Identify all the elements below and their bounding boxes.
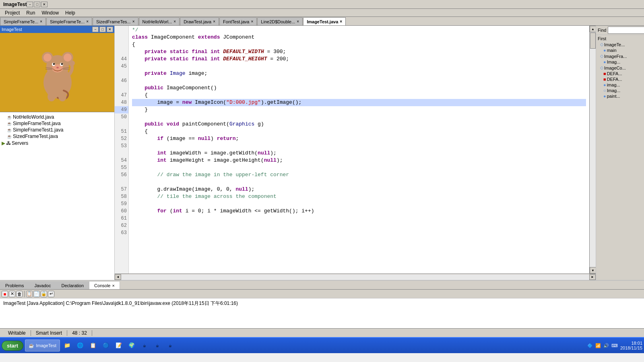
console-scroll-lock[interactable]: 🔒	[41, 291, 47, 297]
tree-item-sizedframetest[interactable]: ☕ SizedFrameTest.java	[2, 133, 113, 140]
preview-max[interactable]: □	[99, 27, 106, 32]
close-button[interactable]: ✕	[41, 2, 47, 7]
console-word-wrap[interactable]: ↵	[48, 291, 54, 297]
menu-window[interactable]: Window	[38, 9, 62, 16]
console-paste-button[interactable]: 📄	[33, 291, 40, 297]
const-icon2: ■	[603, 77, 606, 82]
left-panel: ImageTest − □ ✕	[0, 26, 115, 280]
editor-tabs: SimpleFrameTe...× SimpleFrameTe...× Size…	[0, 17, 644, 26]
h-scroll-track	[121, 274, 589, 280]
taskbar-app3-icon[interactable]: 📋	[87, 340, 99, 351]
scroll-left-button[interactable]: ◄	[115, 274, 121, 280]
tab-nothelloworld[interactable]: NotHelloWorl...×	[139, 17, 180, 25]
console-copy-button[interactable]: 📋	[26, 291, 33, 297]
outline-first[interactable]: First	[597, 36, 643, 41]
status-position: 48 : 32	[67, 330, 92, 336]
code-content[interactable]: */ class ImageComponent extends JCompone…	[129, 26, 589, 274]
tab-line2d[interactable]: Line2D$Double...×	[257, 17, 303, 25]
taskbar-app6-icon[interactable]: 🌍	[126, 340, 137, 351]
console-terminate-button[interactable]: ✕	[9, 291, 15, 297]
taskbar-java3-icon[interactable]: ☕	[165, 340, 176, 351]
outline-defa2[interactable]: ■ DEFA...	[597, 76, 643, 82]
scroll-thumb[interactable]	[590, 33, 596, 49]
code-line	[132, 77, 586, 84]
taskbar-chrome-icon[interactable]: 🌐	[74, 340, 86, 351]
code-line: private Image image;	[132, 70, 586, 77]
outline-main-method[interactable]: ● main	[597, 47, 643, 53]
code-line: {	[132, 128, 586, 135]
preview-area: ImageTest − □ ✕	[0, 26, 115, 112]
outline-paint-method[interactable]: ● paint...	[597, 93, 643, 99]
code-line: */	[132, 27, 586, 34]
tab-declaration[interactable]: Declaration	[56, 281, 89, 289]
code-line-highlighted: image = new ImageIcon("D:000.jpg").getIm…	[132, 99, 586, 106]
find-input[interactable]	[608, 27, 644, 34]
taskbar-java2-icon[interactable]: ☕	[152, 340, 163, 351]
tab-javadoc[interactable]: Javadoc	[29, 281, 56, 289]
scroll-up-button[interactable]: ▲	[590, 26, 596, 32]
code-line: if (image == null) return;	[132, 135, 586, 142]
class-icon3: ◇	[600, 65, 603, 70]
outline-imagetest-class[interactable]: ◇ ImageTe...	[597, 41, 643, 47]
svg-point-16	[68, 60, 75, 66]
tree-item-nothelloworld[interactable]: ☕ NotHelloWorld.java	[2, 114, 113, 120]
tree-item-simpleframetest[interactable]: ☕ SimpleFrameTest.java	[2, 120, 113, 127]
taskbar-java1-icon[interactable]: ☕	[139, 340, 150, 351]
scrollbar-horizontal[interactable]: ◄ ►	[115, 274, 596, 280]
svg-point-4	[43, 53, 52, 62]
scroll-track	[590, 32, 596, 267]
preview-close[interactable]: ✕	[107, 27, 113, 32]
servers-item[interactable]: ▶ 🖧 Servers	[2, 140, 113, 147]
tab-sizedframetest[interactable]: SizedFrameTes...×	[93, 17, 138, 25]
menu-help[interactable]: Help	[62, 9, 78, 16]
find-label: Find	[598, 28, 606, 33]
tab-imagetest[interactable]: ImageTest.java×	[303, 17, 346, 25]
outline-imag-constructor[interactable]: ○ Imag...	[597, 88, 643, 93]
tab-drawtest[interactable]: DrawTest.java×	[180, 17, 219, 25]
tab-fonttest[interactable]: FontTest.java×	[219, 17, 257, 25]
taskbar-app5-icon[interactable]: 📝	[113, 340, 124, 351]
taskbar-app4-icon[interactable]: 🔵	[100, 340, 111, 351]
taskbar-app-imagetest[interactable]: ☕ ImageTest	[25, 339, 60, 352]
tree-item-simpleframetest1[interactable]: ☕ SimpleFrameTest1.java	[2, 127, 113, 133]
tab-simpleframetest1[interactable]: SimpleFrameTe...×	[0, 17, 46, 25]
code-line: public ImageComponent()	[132, 84, 586, 92]
file-tree: ☕ NotHelloWorld.java ☕ SimpleFrameTest.j…	[0, 112, 114, 280]
tab-simpleframetest2[interactable]: SimpleFrameTe...×	[46, 17, 92, 25]
outline-imag-field2[interactable]: ● imag...	[597, 82, 643, 88]
outline-imag-field[interactable]: ● Imag...	[597, 59, 643, 65]
code-line: for (int i = 0; i * imageWidth <= getWid…	[132, 208, 586, 215]
start-button[interactable]: start	[2, 341, 23, 351]
class-icon: ◇	[600, 42, 603, 47]
scroll-down-button[interactable]: ▼	[590, 267, 596, 274]
tab-problems[interactable]: Problems	[0, 281, 29, 289]
console-stop-button[interactable]: ■	[2, 291, 8, 297]
console-close-icon[interactable]: ×	[112, 283, 114, 288]
outline-defa1[interactable]: ■ DEFA...	[597, 71, 643, 76]
code-line: int imageHeight = image.getHeight(null);	[132, 157, 586, 164]
taskbar-folder-icon[interactable]: 📁	[62, 340, 73, 351]
maximize-button[interactable]: □	[34, 2, 40, 7]
preview-min[interactable]: −	[92, 27, 99, 32]
outline-imagecomp-class[interactable]: ◇ ImageCo...	[597, 65, 643, 71]
outline-tree: First ◇ ImageTe... ● main ◇ ImageFra... …	[596, 35, 644, 280]
right-panel: Find 🔍 | All First ◇ ImageTe... ● main	[596, 26, 644, 280]
jerry-image	[33, 42, 82, 103]
scroll-right-button[interactable]: ►	[589, 274, 596, 280]
outline-imageframe-class[interactable]: ◇ ImageFra...	[597, 53, 643, 59]
field-icon2: ●	[603, 82, 606, 87]
menu-run[interactable]: Run	[23, 9, 38, 16]
console-remove-button[interactable]: 🗑	[16, 291, 23, 297]
menu-bar: Project Run Window Help	[0, 9, 644, 17]
menu-project[interactable]: Project	[2, 9, 23, 16]
ide-container: ImageTest − □ ✕ Project Run Window Help …	[0, 0, 644, 353]
code-line	[132, 63, 586, 70]
method-icon2: ●	[603, 94, 606, 99]
bottom-panel: Problems Javadoc Declaration Console × ■…	[0, 280, 644, 328]
window-title: ImageTest	[3, 2, 27, 7]
scrollbar-vertical[interactable]: ▲ ▼	[589, 26, 596, 274]
tab-console[interactable]: Console ×	[89, 281, 120, 289]
class-icon2: ◇	[600, 53, 603, 59]
minimize-button[interactable]: −	[27, 2, 33, 7]
title-bar-buttons: − □ ✕	[27, 2, 47, 7]
